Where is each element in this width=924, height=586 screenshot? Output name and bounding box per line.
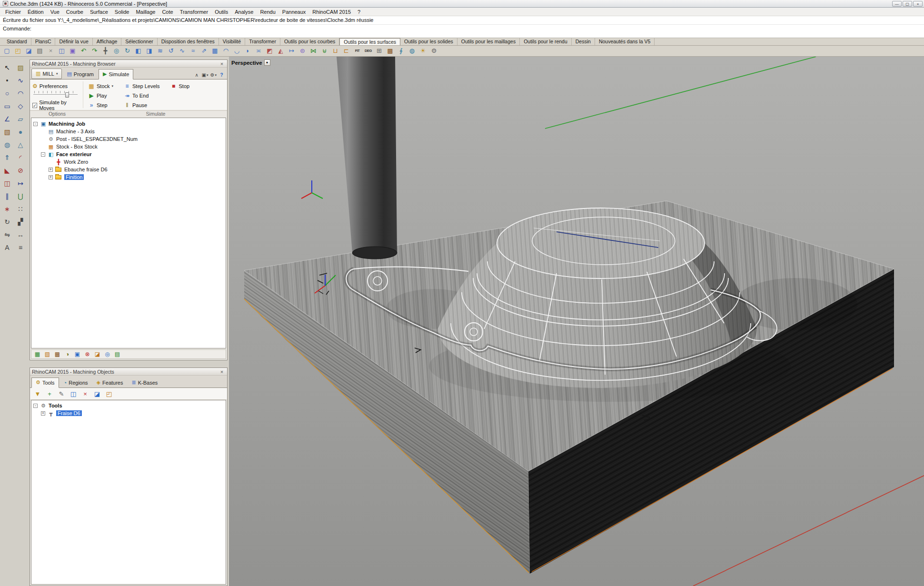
load-tool-library-icon[interactable]: ◰ <box>105 390 113 397</box>
simulation-report-icon[interactable]: ▤ <box>113 351 121 358</box>
text-icon[interactable]: A <box>1 242 13 253</box>
toolbar-tab[interactable]: Sélectionner <box>121 38 157 45</box>
close-panel-icon[interactable]: × <box>219 369 225 375</box>
sweep2-icon[interactable]: ≈ <box>188 46 198 56</box>
toolbar-tab[interactable]: Standard <box>3 38 31 45</box>
tab-regions[interactable]: ◔ Regions <box>60 378 92 387</box>
panel-title-bar[interactable]: RhinoCAM 2015 - Machining Objects × <box>30 368 227 376</box>
tab-simulate[interactable]: ▶ Simulate <box>99 69 133 79</box>
join-icon[interactable]: ⋃ <box>15 191 26 202</box>
machine-toggle-icon[interactable]: ▣ <box>73 351 81 358</box>
checkbox-box[interactable]: ✓ <box>32 103 37 108</box>
copy-tool-icon[interactable]: ◫ <box>69 390 78 397</box>
settings-menu-icon[interactable]: ⚙ ▾ <box>209 71 218 79</box>
machine-menu-icon[interactable]: ▣ ▾ <box>201 71 209 79</box>
select-brush-icon[interactable]: ▨ <box>15 62 26 73</box>
collapse-ribbon-icon[interactable]: ∧ <box>193 71 201 79</box>
tab-kbases[interactable]: ≣ K-Bases <box>128 378 161 387</box>
tree-item[interactable]: + Fraise D6 <box>31 409 226 417</box>
fillet-surface-icon[interactable]: ◗ <box>243 46 253 56</box>
toolbar-tab[interactable]: PlansC <box>31 38 56 45</box>
menu-item[interactable]: Transformer <box>177 8 212 16</box>
loft-icon[interactable]: ≋ <box>155 46 165 56</box>
toolbar-tab[interactable]: Outils pour le rendu <box>520 38 572 45</box>
tree-expander[interactable]: - <box>41 152 45 157</box>
perspective-viewport[interactable]: Perspective ▼ <box>229 57 924 586</box>
trim-icon[interactable]: ◩ <box>265 46 275 56</box>
toolbar-tab[interactable]: Transformer <box>245 38 280 45</box>
panel-title-bar[interactable]: RhinoCAM 2015 - Machining Browser × <box>30 60 227 68</box>
array-icon[interactable]: ∷ <box>15 204 26 215</box>
curve-icon[interactable]: ∿ <box>15 75 26 86</box>
zoom-icon[interactable]: ◎ <box>111 46 121 56</box>
tree-item[interactable]: + Finition <box>31 173 226 181</box>
plane-icon[interactable]: ▱ <box>15 114 26 125</box>
cone-icon[interactable]: △ <box>15 139 26 150</box>
toolbar-tab[interactable]: Disposition des fenêtres <box>158 38 219 45</box>
toolbar-tab[interactable]: Affichage <box>93 38 122 45</box>
to-end-button[interactable]: ↠ To End <box>122 91 161 100</box>
edit-tool-icon[interactable]: ✎ <box>57 390 66 397</box>
tree-expander[interactable]: + <box>49 168 53 172</box>
rotate-view-icon[interactable]: ↻ <box>122 46 132 56</box>
viewport-menu-icon[interactable]: ▼ <box>264 60 270 66</box>
tree-item[interactable]: Machine - 3 Axis <box>31 128 226 135</box>
menu-item[interactable]: Courbe <box>63 8 87 16</box>
tree-expander[interactable] <box>41 129 45 134</box>
compare-part-icon[interactable]: ◑ <box>63 351 71 358</box>
explode-icon[interactable]: ∗ <box>1 204 13 215</box>
unroll-icon[interactable]: ⊔ <box>330 46 340 56</box>
collision-check-icon[interactable]: ⊗ <box>83 351 91 358</box>
step-button[interactable]: » Step <box>87 100 115 110</box>
menu-item[interactable]: Fichier <box>2 8 24 16</box>
deg-text-icon[interactable]: DEG <box>363 46 373 56</box>
tree-expander[interactable]: - <box>33 122 38 126</box>
toolbar-tab[interactable]: Outils pour les courbes <box>280 38 339 45</box>
rotate-icon[interactable]: ↻ <box>1 217 13 228</box>
layers-icon[interactable]: ≡ <box>15 242 26 253</box>
select-pointer-icon[interactable]: ↖ <box>1 62 13 73</box>
tool-filter-icon[interactable]: ▼ <box>33 390 42 397</box>
toolbar-tab[interactable]: Outils pour les maillages <box>457 38 520 45</box>
minimize-button[interactable]: — <box>892 1 902 7</box>
open-file-icon[interactable]: ◰ <box>13 46 23 56</box>
save-icon[interactable]: ◪ <box>24 46 34 56</box>
tab-mill[interactable]: ▥ MILL ▾ <box>31 69 62 79</box>
simulation-speed-slider[interactable] <box>33 90 78 98</box>
arc-icon[interactable]: ◠ <box>15 88 26 99</box>
mirror-icon[interactable]: ⇋ <box>1 229 13 240</box>
toolbar-tab[interactable]: Nouveautés dans la V5 <box>595 38 655 45</box>
split-icon[interactable]: ◭ <box>276 46 286 56</box>
copy-icon[interactable]: ◫ <box>57 46 67 56</box>
stop-button[interactable]: ■ Stop <box>169 81 191 91</box>
sun-icon[interactable]: ☀ <box>418 46 428 56</box>
new-file-icon[interactable]: ▢ <box>2 46 12 56</box>
fit-text-icon[interactable]: FIT <box>352 46 362 56</box>
surface-edge-icon[interactable]: ◨ <box>144 46 154 56</box>
tree-item[interactable]: Post - ISEL_ESPACE3DNET_Num <box>31 135 226 143</box>
extrude-solid-icon[interactable]: ⇑ <box>1 152 13 163</box>
tree-expander[interactable] <box>41 145 45 149</box>
viewport-title[interactable]: Perspective ▼ <box>231 60 270 66</box>
dimension-icon[interactable]: ↔ <box>15 229 26 240</box>
menu-item[interactable]: Outils <box>211 8 231 16</box>
toolbar-tab[interactable]: Dessin <box>572 38 595 45</box>
tree-item[interactable]: - Machining Job <box>31 120 226 128</box>
close-button[interactable]: × <box>913 1 923 7</box>
redo-icon[interactable]: ↷ <box>89 46 99 56</box>
tree-item[interactable]: Stock - Box Stock <box>31 143 226 150</box>
options-icon[interactable]: ⚙ <box>429 46 439 56</box>
patch-icon[interactable]: ▦ <box>210 46 220 56</box>
pan-icon[interactable]: ╋ <box>100 46 110 56</box>
trim-tool-icon[interactable]: ⊘ <box>15 165 26 176</box>
tree-expander[interactable] <box>41 137 45 141</box>
menu-item[interactable]: Rendu <box>257 8 278 16</box>
rectangle-icon[interactable]: ▭ <box>1 101 13 112</box>
revolve-icon[interactable]: ↺ <box>166 46 176 56</box>
rebuild-icon[interactable]: ⊜ <box>298 46 308 56</box>
tree-expander[interactable]: + <box>49 175 53 179</box>
close-panel-icon[interactable]: × <box>219 61 225 67</box>
point-icon[interactable]: • <box>1 75 13 86</box>
fillet-icon[interactable]: ◜ <box>15 152 26 163</box>
delete-tool-icon[interactable]: × <box>81 390 89 397</box>
